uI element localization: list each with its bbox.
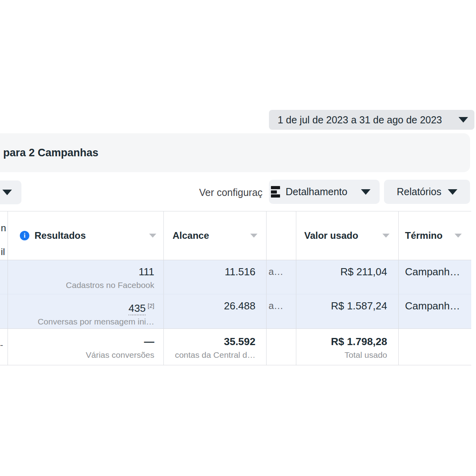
attribution-value: a… xyxy=(269,265,296,278)
end-date-value: Campanh… xyxy=(405,265,471,278)
end-date-value: Campanh… xyxy=(405,299,471,312)
reports-button[interactable]: Relatórios xyxy=(384,180,470,204)
resultados-cell: 435[2] Conversas por mensagem ini… xyxy=(8,294,164,329)
attribution-cell: a… xyxy=(267,294,296,329)
summary-termino-cell xyxy=(399,329,471,365)
summary-resultados-cell: — Várias conversões xyxy=(8,329,164,365)
sort-caret-icon xyxy=(382,234,390,238)
column-header-termino[interactable]: Término xyxy=(399,211,471,260)
reports-button-label: Relatórios xyxy=(397,186,441,198)
summary-alcance-cell: 35.592 contas da Central d… xyxy=(164,329,267,365)
amount-spent-value: R$ 1.587,24 xyxy=(296,299,387,312)
clipped-summary-text: - xyxy=(0,339,3,350)
date-range-button[interactable]: 1 de jul de 2023 a 31 de ago de 2023 xyxy=(269,110,474,130)
info-icon[interactable]: i xyxy=(20,231,29,240)
page-title: para 2 Campanhas xyxy=(0,147,98,159)
reach-value: 26.488 xyxy=(164,299,255,312)
breakdown-icon xyxy=(271,186,280,198)
column-header-label: Valor usado xyxy=(304,230,358,241)
summary-spent-value: R$ 1.798,28 xyxy=(296,335,387,348)
results-title-band: para 2 Campanhas xyxy=(0,133,470,172)
attribution-cell: a… xyxy=(267,260,296,294)
footnote-reference: [2] xyxy=(148,302,154,309)
resultados-cell: 111 Cadastros no Facebook xyxy=(8,260,164,294)
attribution-value: a… xyxy=(269,299,296,312)
clipped-header-text: il xyxy=(1,246,5,257)
summary-clipped-cell: - xyxy=(0,329,8,365)
clipped-column-header: n il xyxy=(0,211,8,260)
termino-cell: Campanh… xyxy=(399,260,471,294)
summary-spent-label: Total usado xyxy=(296,350,387,360)
column-header-valor-usado[interactable]: Valor usado xyxy=(296,211,399,260)
summary-reach-label: contas da Central d… xyxy=(164,350,255,360)
view-settings-link[interactable]: Ver configuraç xyxy=(199,180,263,204)
result-type-label: Conversas por mensagem ini… xyxy=(8,317,154,327)
result-value: 111 xyxy=(8,265,154,278)
chevron-down-icon xyxy=(459,117,468,123)
amount-spent-value: R$ 211,04 xyxy=(296,265,387,278)
result-type-label: Cadastros no Facebook xyxy=(8,280,154,290)
summary-attribution-cell xyxy=(267,329,296,365)
column-header-label: Término xyxy=(405,230,443,241)
breakdown-button-label: Detalhamento xyxy=(286,186,347,198)
table-row-clipped-cell xyxy=(0,294,8,329)
termino-cell: Campanh… xyxy=(399,294,471,329)
result-value-link[interactable]: 435 xyxy=(129,302,146,315)
valor-usado-cell: R$ 211,04 xyxy=(296,260,399,294)
date-range-label: 1 de jul de 2023 a 31 de ago de 2023 xyxy=(269,114,442,126)
ads-manager-page: 1 de jul de 2023 a 31 de ago de 2023 par… xyxy=(0,0,476,476)
chevron-down-icon xyxy=(448,189,457,195)
summary-reach-value: 35.592 xyxy=(164,335,255,348)
reach-value: 11.516 xyxy=(164,265,255,278)
table-row-clipped-cell xyxy=(0,260,8,294)
column-header-alcance[interactable]: Alcance xyxy=(164,211,267,260)
column-header-resultados[interactable]: i Resultados xyxy=(8,211,164,260)
summary-valor-usado-cell: R$ 1.798,28 Total usado xyxy=(296,329,399,365)
chevron-down-icon xyxy=(361,189,370,195)
summary-result-value: — xyxy=(8,335,154,348)
valor-usado-cell: R$ 1.587,24 xyxy=(296,294,399,329)
clipped-filter-button[interactable] xyxy=(0,180,21,204)
campaign-results-table: n il i Resultados Alcance Valor usado Té… xyxy=(0,211,471,365)
clipped-header-text: n xyxy=(1,223,6,234)
column-header-label: Alcance xyxy=(173,230,209,241)
sort-caret-icon xyxy=(149,234,156,238)
alcance-cell: 26.488 xyxy=(164,294,267,329)
breakdown-button[interactable]: Detalhamento xyxy=(269,180,380,204)
summary-result-label: Várias conversões xyxy=(8,350,154,360)
column-header-label: Resultados xyxy=(35,230,86,241)
sort-caret-icon xyxy=(250,234,257,238)
column-header-clipped-attribution xyxy=(267,211,296,260)
chevron-down-icon xyxy=(2,190,12,195)
alcance-cell: 11.516 xyxy=(164,260,267,294)
sort-caret-icon xyxy=(455,234,462,238)
